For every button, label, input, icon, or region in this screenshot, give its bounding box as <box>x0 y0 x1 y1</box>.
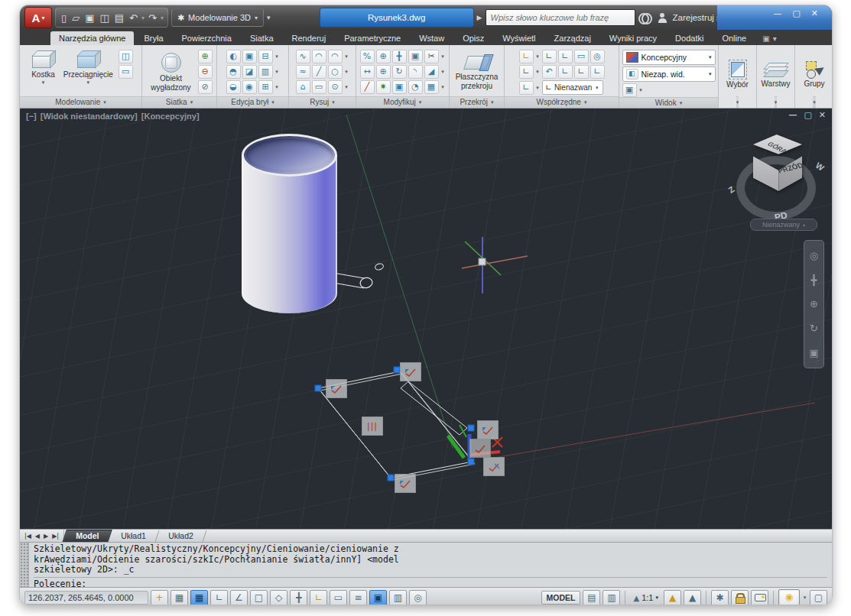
smooth-less-icon[interactable]: ⊖ <box>198 65 213 79</box>
erase-icon[interactable]: ╱ <box>360 80 375 94</box>
annotation-scale-dropdown[interactable]: ▲ 1:1 ▾ <box>630 592 661 604</box>
tab-dodatki[interactable]: Dodatki <box>667 31 712 45</box>
undo-dropdown-icon[interactable]: ▾ <box>141 15 145 21</box>
shell-icon[interactable]: ▥ <box>258 65 273 79</box>
ucs-icon[interactable]: ∟ <box>519 50 534 63</box>
przeciagniecie-button[interactable]: Przeciągnięcie ▾ <box>60 47 116 86</box>
navigation-wheel-icon[interactable]: ◎ <box>810 250 818 261</box>
ortho-toggle[interactable]: ∟ <box>210 590 228 606</box>
redo-dropdown-icon[interactable]: ▾ <box>161 15 164 21</box>
explode-icon[interactable]: ✷ <box>376 80 391 94</box>
chevron-down-icon[interactable]: ▾ <box>440 84 446 90</box>
chevron-down-icon[interactable]: ▾ <box>440 53 446 60</box>
save-as-icon[interactable]: ◫ <box>98 12 110 24</box>
drawing-viewport[interactable]: ||| [−] [Widok niestandardowy] [Koncepcy… <box>20 109 832 529</box>
workspace-switcher[interactable]: ✱ Modelowanie 3D ▾ <box>171 8 264 27</box>
panel-label-modelowanie[interactable]: Modelowanie ▾ <box>20 96 141 108</box>
ribbon-minimize-icon[interactable]: ▾ <box>773 34 777 43</box>
ucs-3point-icon[interactable]: ∟ <box>590 65 605 79</box>
polar-tracking-toggle[interactable]: ∠ <box>230 590 248 606</box>
coordinates-readout[interactable]: 126.2037, 265.4645, 0.0000 <box>24 591 148 605</box>
dynamic-input-toggle[interactable]: ▭ <box>330 590 347 606</box>
tab-online[interactable]: Online <box>713 31 755 45</box>
panel-grupy[interactable]: ▶ Grupy ▾ <box>795 45 833 108</box>
viewport-minimize-control[interactable]: [−] <box>26 112 37 121</box>
tab-powierzchnia[interactable]: Powierzchnia <box>174 31 240 45</box>
ucs-z-axis-icon[interactable]: ∟ <box>574 65 589 79</box>
rotate-icon[interactable]: ↻ <box>392 65 407 79</box>
lineweight-toggle[interactable]: ≡ <box>349 590 367 606</box>
cylinder-solid[interactable] <box>242 154 337 313</box>
check-interference-icon[interactable]: ⊞ <box>258 80 273 94</box>
drawing-restore-button[interactable]: ▢ <box>804 110 811 120</box>
quick-view-drawings-icon[interactable]: ▥ <box>603 590 620 606</box>
command-history[interactable]: Szkieletowy/Ukryty/Realistyczny/Koncepcy… <box>29 543 832 587</box>
intersect-icon[interactable]: ◒ <box>226 80 241 94</box>
obiekt-wygladzony-button[interactable]: Obiekt wygładzony <box>147 47 196 92</box>
chamfer-icon[interactable]: ◢ <box>424 65 439 79</box>
viewcube-top-face[interactable]: GÓRA <box>753 135 802 160</box>
isolate-objects-icon[interactable]: ◉ <box>778 589 800 606</box>
stretch-icon[interactable]: ↔ <box>360 65 375 79</box>
chevron-down-icon[interactable]: ▾ <box>535 85 541 91</box>
infocenter-search-input[interactable] <box>486 9 635 26</box>
drawing-minimize-button[interactable]: — <box>788 110 797 120</box>
snap-tracking-toggle[interactable]: ╋ <box>290 590 307 606</box>
ucs-world-icon[interactable]: ∟ <box>558 50 573 63</box>
visual-style-dropdown[interactable]: Koncepcyjny ▾ <box>622 50 716 65</box>
rectangle-icon[interactable]: ▭ <box>312 80 326 94</box>
3d-gizmo-icon[interactable]: ⊕ <box>376 50 391 63</box>
ucs-previous-icon[interactable]: ↶ <box>542 65 557 79</box>
interfere-icon[interactable]: ◉ <box>242 80 257 94</box>
object-snap-toggle[interactable]: □ <box>250 590 268 606</box>
close-button[interactable]: ✕ <box>811 8 818 19</box>
media-browser-icon[interactable]: ▣ <box>762 34 769 43</box>
chevron-down-icon[interactable]: ▾ <box>535 69 541 75</box>
tab-wyswietl[interactable]: Wyświetl <box>494 31 544 45</box>
infocenter-expand-icon[interactable]: ▶ <box>477 14 482 21</box>
spline-icon[interactable]: ≈ <box>296 65 310 79</box>
transparency-toggle[interactable]: ▣ <box>369 590 387 606</box>
extrude-faces-icon[interactable]: ⊟ <box>258 50 273 63</box>
named-view-dropdown[interactable]: ◧ Niezap. wid. ▾ <box>622 66 716 82</box>
panel-warstwy[interactable]: Warstwy ▾ <box>757 45 795 108</box>
zoom-icon[interactable]: ⊕ <box>810 298 818 310</box>
tab-narzedzia-glowne[interactable]: Narzędzia główne <box>50 31 134 45</box>
quick-properties-toggle[interactable]: ▥ <box>389 590 407 606</box>
fillet-icon[interactable]: ◝ <box>408 65 423 79</box>
annotation-visibility-icon[interactable]: ▲ <box>664 590 681 606</box>
arc-icon[interactable]: ◠ <box>328 50 343 63</box>
grip-menu-badge[interactable] <box>483 457 505 476</box>
tab-parametryczne[interactable]: Parametryczne <box>336 31 409 45</box>
scale-icon[interactable]: ◔ <box>408 80 423 94</box>
rotate-gizmo-icon[interactable]: ⊕ <box>376 65 391 79</box>
panel-label-modyfikuj[interactable]: Modyfikuj ▾ <box>356 96 449 108</box>
minimize-button[interactable]: — <box>773 8 781 19</box>
ellipse-icon[interactable]: ⊙ <box>328 80 343 94</box>
undo-icon[interactable]: ↶ <box>128 12 139 24</box>
polygon-icon[interactable]: ⌂ <box>296 80 310 94</box>
orbit-icon[interactable]: ↻ <box>810 323 818 334</box>
ucs-origin-icon[interactable]: ∟ <box>519 81 534 95</box>
new-file-icon[interactable]: ▯ <box>60 12 68 24</box>
compass-east-label[interactable]: W <box>814 160 825 173</box>
chevron-down-icon[interactable]: ▾ <box>440 69 446 75</box>
chevron-down-icon[interactable]: ▾ <box>638 87 644 93</box>
panel-label-rysuj[interactable]: Rysuj ▾ <box>289 96 356 108</box>
open-file-icon[interactable]: ▱ <box>70 12 81 24</box>
maximize-button[interactable]: ▢ <box>792 8 800 19</box>
tab-uklad2[interactable]: Układ2 <box>156 530 207 542</box>
compass-west-label[interactable]: Z <box>726 184 736 195</box>
viewcube-cube[interactable]: GÓRA PRZÓD <box>753 135 802 191</box>
polyline-icon[interactable]: ∿ <box>296 50 310 63</box>
command-prompt[interactable]: Polecenie: <box>34 577 827 590</box>
ucs-name-dropdown[interactable]: ∟ Nienazwan ▾ <box>542 80 604 95</box>
panel-label-widok[interactable]: Widok ▾ <box>619 97 718 108</box>
tab-bryla[interactable]: Bryła <box>135 31 171 45</box>
search-icon[interactable] <box>638 13 652 22</box>
prev-layout-button[interactable]: ◀ <box>34 533 41 540</box>
chevron-down-icon[interactable]: ▾ <box>274 53 280 60</box>
extrude-icon[interactable]: ▭ <box>119 65 133 79</box>
selection-cycling-toggle[interactable]: ◎ <box>409 590 427 606</box>
tab-siatka[interactable]: Siatka <box>242 31 282 45</box>
